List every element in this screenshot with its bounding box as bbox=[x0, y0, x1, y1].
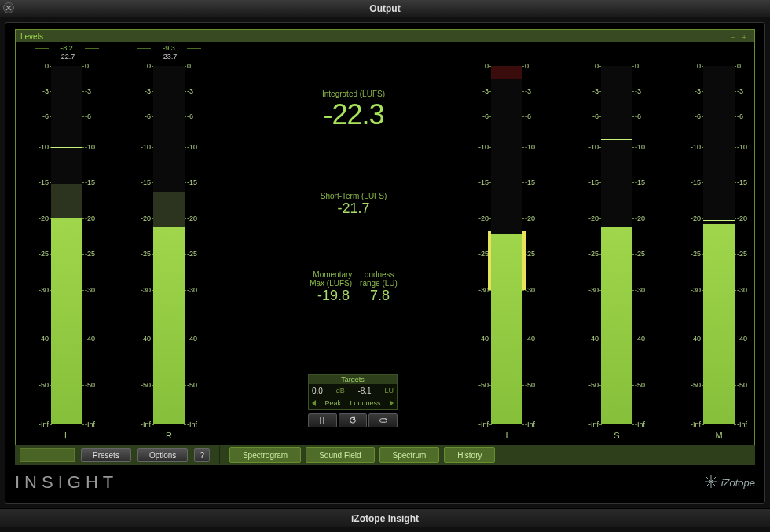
peak-mark bbox=[491, 138, 522, 138]
target-loudness-value: -8.1 bbox=[358, 387, 371, 395]
peak-mark bbox=[601, 139, 632, 140]
meter-label: M bbox=[684, 431, 754, 440]
window-close-button[interactable] bbox=[3, 2, 14, 13]
loop-button[interactable] bbox=[368, 413, 398, 427]
options-button[interactable]: Options bbox=[138, 448, 188, 462]
window-title: Output bbox=[369, 3, 400, 14]
meter-track[interactable] bbox=[491, 66, 522, 424]
targets-title: Targets bbox=[309, 375, 397, 384]
meter-track[interactable] bbox=[703, 66, 735, 424]
meter-r: 0-3-6-10-15-20-25-30-40-50-Inf0-3-6-10-1… bbox=[134, 66, 204, 424]
meter-fill bbox=[703, 224, 735, 424]
integrated-readout: Integrated (LUFS) -22.3 bbox=[275, 90, 432, 131]
short-term-readout: Short-Term (LUFS) -21.7 bbox=[275, 192, 432, 217]
clip-indicator bbox=[491, 66, 522, 79]
tab-history[interactable]: History bbox=[444, 447, 495, 463]
meter-label: R bbox=[134, 431, 204, 440]
short-term-value: -21.7 bbox=[275, 200, 432, 217]
pause-button[interactable] bbox=[308, 413, 337, 427]
rms-value: -22.7 bbox=[31, 53, 102, 61]
meter-m: 0-3-6-10-15-20-25-30-40-50-Inf0-3-6-10-1… bbox=[684, 66, 754, 424]
meter-fill bbox=[51, 218, 82, 424]
meter-fill bbox=[153, 227, 185, 424]
vendor-logo: iZotope bbox=[704, 475, 755, 491]
meter-track[interactable] bbox=[153, 66, 185, 424]
peak-value: -8.2 bbox=[31, 44, 102, 52]
meter-label: I bbox=[471, 431, 542, 440]
toolbar-divider bbox=[219, 446, 220, 464]
reset-button[interactable] bbox=[339, 413, 368, 427]
peak-value: -9.3 bbox=[134, 44, 204, 52]
bottom-toolbar: Presets Options ? SpectrogramSound Field… bbox=[15, 445, 755, 465]
integrated-label: Integrated (LUFS) bbox=[275, 90, 432, 98]
meter-track[interactable] bbox=[601, 66, 632, 424]
range-bracket bbox=[522, 231, 526, 290]
levels-title: Levels bbox=[20, 32, 43, 41]
window-titlebar: Output bbox=[0, 0, 770, 17]
transport-controls bbox=[308, 413, 398, 427]
targets-panel: Targets 0.0 dB -8.1 LU Peak Loudness bbox=[308, 374, 398, 410]
preset-slot[interactable] bbox=[20, 448, 75, 462]
peak-mark bbox=[153, 156, 185, 156]
product-logo: INSIGHT bbox=[15, 472, 118, 493]
momentary-readout: Momentary Loudness Max (LUFS) range (LU)… bbox=[275, 270, 432, 304]
target-peak-value: 0.0 bbox=[312, 387, 323, 395]
meter-i: 0-3-6-10-15-20-25-30-40-50-Inf0-3-6-10-1… bbox=[471, 66, 542, 424]
panel-expand-icon[interactable]: + bbox=[742, 32, 750, 40]
integrated-value: -22.3 bbox=[275, 98, 432, 131]
peak-mark bbox=[51, 147, 82, 148]
meter-label: S bbox=[581, 431, 652, 440]
spark-icon bbox=[704, 475, 718, 491]
meter-track[interactable] bbox=[51, 66, 82, 424]
meter-fill bbox=[601, 227, 632, 424]
meter-area: Integrated (LUFS) -22.3 Short-Term (LUFS… bbox=[16, 42, 754, 451]
range-bracket bbox=[488, 231, 491, 290]
peak-mark bbox=[703, 220, 735, 221]
momentary-max-value: -19.8 bbox=[317, 288, 350, 304]
panel-minimize-icon[interactable]: − bbox=[731, 32, 739, 40]
footer: iZotope Insight bbox=[0, 508, 770, 527]
meter-fill bbox=[491, 234, 522, 424]
tab-sound-field[interactable]: Sound Field bbox=[306, 447, 374, 463]
help-button[interactable]: ? bbox=[194, 448, 210, 462]
meter-s: 0-3-6-10-15-20-25-30-40-50-Inf0-3-6-10-1… bbox=[581, 66, 652, 424]
target-next-icon[interactable] bbox=[390, 400, 394, 406]
short-term-label: Short-Term (LUFS) bbox=[275, 192, 432, 200]
tab-spectrogram[interactable]: Spectrogram bbox=[229, 447, 301, 463]
footer-text: iZotope Insight bbox=[351, 513, 419, 524]
loudness-range-value: 7.8 bbox=[370, 288, 390, 304]
target-prev-icon[interactable] bbox=[312, 400, 316, 406]
plugin-frame: Levels − + Integrated (LUFS) -22.3 Short… bbox=[5, 22, 765, 504]
rms-value: -23.7 bbox=[134, 53, 204, 61]
brand-row: INSIGHT iZotope bbox=[15, 468, 755, 497]
meter-label: L bbox=[31, 431, 102, 440]
tab-spectrum[interactable]: Spectrum bbox=[380, 447, 440, 463]
meter-l: 0-3-6-10-15-20-25-30-40-50-Inf0-3-6-10-1… bbox=[31, 66, 102, 424]
levels-panel-header: Levels − + bbox=[16, 30, 754, 42]
presets-button[interactable]: Presets bbox=[81, 448, 131, 462]
levels-panel: Levels − + Integrated (LUFS) -22.3 Short… bbox=[15, 29, 755, 452]
